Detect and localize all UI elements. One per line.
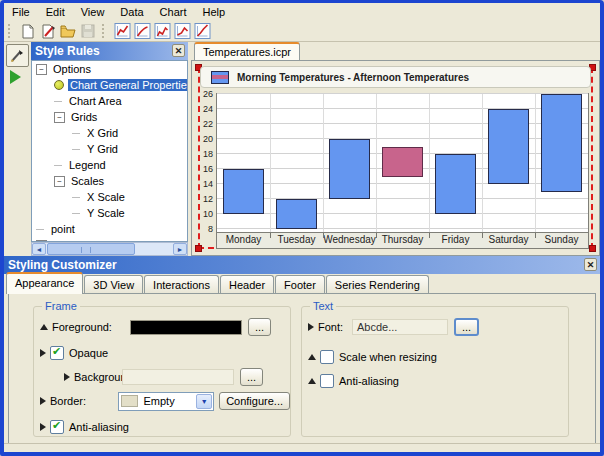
- close-icon[interactable]: ✕: [584, 258, 597, 271]
- tab-3d-view[interactable]: 3D View: [84, 275, 143, 294]
- tree-expander-icon[interactable]: −: [36, 64, 47, 75]
- toolbar-grip[interactable]: [8, 24, 15, 38]
- range-bar-saturday[interactable]: [488, 109, 528, 184]
- scrollbar-thumb[interactable]: [47, 243, 135, 255]
- expand-arrow-icon[interactable]: [40, 397, 46, 405]
- tree-expander-icon[interactable]: −: [54, 112, 65, 123]
- tab-series-rendering[interactable]: Series Rendering: [326, 275, 429, 294]
- chart-type-button-2[interactable]: [132, 22, 152, 40]
- style-rules-tree: −OptionsChart General PropertiesChart Ar…: [31, 60, 188, 242]
- menu-item-help[interactable]: Help: [195, 4, 234, 20]
- customizer-tabs: Appearance3D ViewInteractionsHeaderFoote…: [6, 275, 600, 294]
- scroll-right-icon[interactable]: ►: [173, 243, 187, 255]
- range-bar-sunday[interactable]: [541, 94, 581, 192]
- row-scale-when-resizing: Scale when resizing: [302, 347, 568, 367]
- tab-interactions[interactable]: Interactions: [144, 275, 219, 294]
- chevron-down-icon[interactable]: ▼: [196, 394, 212, 409]
- checkbox-unchecked[interactable]: [320, 374, 334, 388]
- row-anti-aliasing: Anti-aliasing: [34, 417, 290, 437]
- toolbar-grip[interactable]: [102, 24, 109, 38]
- tree-leaf-connector: [36, 229, 44, 230]
- menu-item-view[interactable]: View: [73, 4, 113, 20]
- checkbox-unchecked[interactable]: [320, 350, 334, 364]
- checkbox-checked[interactable]: [50, 420, 64, 434]
- tree-expander-icon[interactable]: −: [54, 176, 65, 187]
- configure-button[interactable]: Configure...: [219, 392, 290, 410]
- menu-item-file[interactable]: File: [4, 4, 38, 20]
- range-bar-friday[interactable]: [435, 154, 475, 214]
- checkbox-checked[interactable]: [50, 346, 64, 360]
- selection-handle-bottom-right[interactable]: [589, 245, 596, 252]
- chart-type-button-5[interactable]: [192, 22, 212, 40]
- row-foreground: Foreground:...: [34, 317, 290, 337]
- tree-item-x-grid[interactable]: X Grid: [32, 125, 187, 141]
- tree-leaf-connector: [54, 165, 62, 166]
- ellipsis-button[interactable]: ...: [454, 318, 479, 336]
- tree-item-grids[interactable]: −Grids: [32, 109, 187, 125]
- plot-box[interactable]: MondayTuesdayWednesdayThursdayFridaySatu…: [216, 93, 589, 249]
- style-edit-button[interactable]: [6, 44, 29, 67]
- new-document-button[interactable]: [18, 22, 38, 40]
- expand-arrow-icon[interactable]: [308, 323, 314, 331]
- chart-canvas[interactable]: Morning Temperatures - Afternoon Tempera…: [191, 60, 600, 256]
- value-field[interactable]: [122, 369, 234, 385]
- ellipsis-button[interactable]: ...: [248, 318, 271, 336]
- menu-item-data[interactable]: Data: [112, 4, 151, 20]
- tree-item-chart-general-properties[interactable]: Chart General Properties: [32, 77, 187, 93]
- tree-item-options[interactable]: −Options: [32, 61, 187, 77]
- checkbox-label: Anti-aliasing: [69, 421, 129, 433]
- plot-area[interactable]: [217, 94, 588, 233]
- range-bar-monday[interactable]: [223, 169, 263, 214]
- new-document-icon: [21, 24, 35, 39]
- range-bar-wednesday[interactable]: [329, 139, 369, 199]
- tree-item-point[interactable]: point: [32, 221, 187, 237]
- chart-type-button-4[interactable]: [172, 22, 192, 40]
- new-chart-wizard-button[interactable]: [38, 22, 58, 40]
- expand-arrow-icon[interactable]: [40, 349, 46, 357]
- row-opaque: Opaque: [34, 343, 290, 363]
- value-field[interactable]: Abcde...: [352, 319, 448, 335]
- tree-item-legend[interactable]: Legend: [32, 157, 187, 173]
- tab-appearance[interactable]: Appearance: [6, 272, 83, 294]
- tree-item-scales[interactable]: −Scales: [32, 173, 187, 189]
- color-swatch[interactable]: [130, 320, 242, 335]
- y-tick-label: 26: [203, 89, 213, 99]
- collapse-arrow-icon[interactable]: [40, 324, 48, 330]
- green-play-icon[interactable]: [10, 70, 21, 84]
- expand-arrow-icon[interactable]: [64, 373, 70, 381]
- scroll-left-icon[interactable]: ◄: [32, 243, 46, 255]
- chart-type-button-3[interactable]: [152, 22, 172, 40]
- collapse-arrow-icon[interactable]: [308, 354, 316, 360]
- gridline: [217, 198, 588, 199]
- tab-temperatures-icpr[interactable]: Temperatures.icpr: [194, 42, 300, 60]
- range-bar-thursday[interactable]: [382, 147, 422, 177]
- tree-item-y-grid[interactable]: Y Grid: [32, 141, 187, 157]
- y-tick-label: 18: [203, 149, 213, 159]
- y-tick-label: 20: [203, 134, 213, 144]
- chart-plot-region: 8101214161820222426 MondayTuesdayWednesd…: [200, 93, 589, 249]
- menu-item-edit[interactable]: Edit: [38, 4, 73, 20]
- collapse-arrow-icon[interactable]: [308, 378, 316, 384]
- tree-item-x-scale[interactable]: X Scale: [32, 189, 187, 205]
- chart-legend[interactable]: Morning Temperatures - Afternoon Tempera…: [200, 66, 591, 88]
- x-tick-label: Friday: [429, 233, 482, 248]
- save-button[interactable]: [78, 22, 98, 40]
- style-rules-panel: Style Rules ✕ −OptionsChart General Prop…: [31, 42, 188, 256]
- chart-type-button-1[interactable]: [112, 22, 132, 40]
- menu-item-chart[interactable]: Chart: [152, 4, 195, 20]
- ellipsis-button[interactable]: ...: [240, 368, 263, 386]
- tree-item-chart-area[interactable]: Chart Area: [32, 93, 187, 109]
- row-background: Background:...: [34, 367, 290, 387]
- tree-item-label: Options: [51, 63, 93, 75]
- border-style-dropdown[interactable]: Empty▼: [118, 392, 214, 411]
- expand-arrow-icon[interactable]: [40, 423, 46, 431]
- tab-header[interactable]: Header: [220, 275, 274, 294]
- style-rules-title: Style Rules: [35, 44, 100, 58]
- close-icon[interactable]: ✕: [172, 44, 185, 57]
- open-button[interactable]: [58, 22, 78, 40]
- range-bar-tuesday[interactable]: [276, 199, 316, 229]
- tab-footer[interactable]: Footer: [275, 275, 325, 294]
- tree-horizontal-scrollbar[interactable]: ◄ ►: [31, 242, 188, 256]
- tree-item-y-scale[interactable]: Y Scale: [32, 205, 187, 221]
- tree-item-label: Chart General Properties: [68, 79, 188, 91]
